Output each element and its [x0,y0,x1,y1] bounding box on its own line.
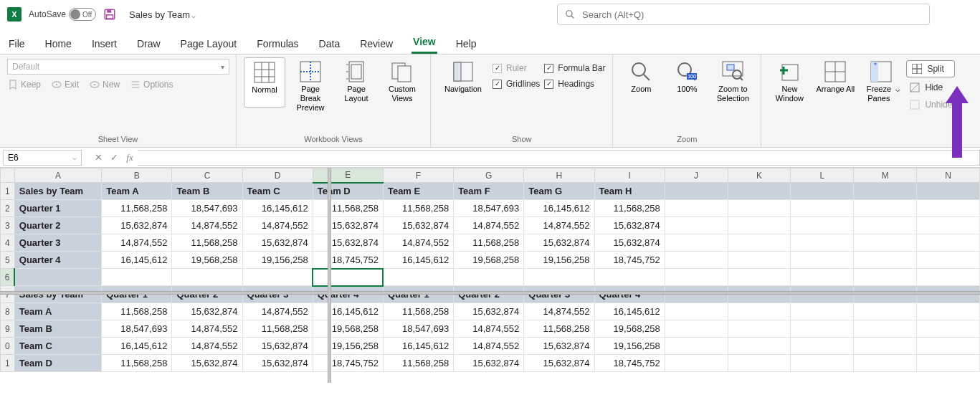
row-header[interactable]: 9 [1,320,15,338]
col-header[interactable]: L [791,168,854,183]
col-header[interactable]: B [102,168,172,183]
cell[interactable]: 14,874,552 [242,217,313,234]
cell[interactable]: 11,568,258 [172,234,242,252]
search-box[interactable] [557,4,930,25]
autosave[interactable]: AutoSave Off [29,8,96,21]
row-header[interactable]: 5 [1,252,15,269]
autosave-toggle[interactable]: Off [69,8,96,21]
cell[interactable]: 14,874,552 [383,234,453,252]
col-header[interactable]: E [313,168,383,183]
cell[interactable] [917,338,980,355]
fx-icon[interactable]: fx [122,152,138,163]
row-header[interactable]: 4 [1,234,15,252]
cell[interactable]: 18,547,693 [102,320,172,338]
cell[interactable] [854,234,917,252]
cell[interactable] [854,355,917,372]
name-box[interactable]: E6 [3,150,82,166]
cell[interactable] [102,269,172,286]
select-all-corner[interactable] [1,168,15,183]
cell[interactable]: 15,632,874 [242,338,313,355]
cell[interactable]: 14,874,552 [454,338,524,355]
tab-file[interactable]: File [7,34,27,54]
cell[interactable] [665,252,728,269]
cell[interactable]: Team A [14,303,101,320]
cell[interactable] [594,269,665,286]
cell[interactable] [791,183,854,200]
cell[interactable]: 15,632,874 [594,217,665,234]
cell[interactable]: 15,632,874 [102,217,172,234]
page-layout-button[interactable]: Page Layout [336,57,377,106]
sheet-view-select[interactable]: Default [7,59,229,75]
cell[interactable]: 16,145,612 [383,338,453,355]
cell[interactable] [728,303,791,320]
document-title[interactable]: Sales by Team⌵ [129,9,196,20]
cell[interactable]: 16,145,612 [594,303,665,320]
cell[interactable] [728,234,791,252]
cell[interactable]: 18,547,693 [454,200,524,217]
tab-insert[interactable]: Insert [90,34,118,54]
cell[interactable]: 11,568,258 [102,355,172,372]
cell[interactable] [854,269,917,286]
cell[interactable]: 16,145,612 [383,252,453,269]
col-header[interactable]: J [665,168,728,183]
tab-formulas[interactable]: Formulas [255,34,300,54]
tab-data[interactable]: Data [318,34,342,54]
search-input[interactable] [582,9,922,20]
cell[interactable] [917,234,980,252]
cell[interactable] [665,183,728,200]
cell[interactable] [665,338,728,355]
tab-review[interactable]: Review [358,34,394,54]
cell[interactable] [854,217,917,234]
zoom-100-button[interactable]: 100 100% [666,57,708,106]
cell[interactable]: 11,568,258 [383,303,453,320]
cell[interactable]: Team C [242,183,313,200]
cell[interactable] [14,269,101,286]
cell[interactable]: 11,568,258 [594,200,665,217]
cell[interactable]: Team C [14,338,101,355]
cell[interactable]: Team D [313,183,383,200]
cell[interactable]: 15,632,874 [454,355,524,372]
cell[interactable] [728,252,791,269]
row-header[interactable]: 3 [1,217,15,234]
cell[interactable] [917,303,980,320]
cell[interactable]: Sales by Team [14,183,101,200]
col-header[interactable]: F [383,168,453,183]
cell[interactable] [172,269,242,286]
cell[interactable]: 14,874,552 [454,217,524,234]
row-header[interactable]: 1 [1,183,15,200]
cell[interactable]: 11,568,258 [383,355,453,372]
cell[interactable]: Quarter 3 [14,234,101,252]
cell[interactable]: 11,568,258 [383,200,453,217]
cell[interactable]: 15,632,874 [172,303,242,320]
cell[interactable] [665,217,728,234]
cell[interactable] [791,320,854,338]
cell[interactable]: 11,568,258 [102,303,172,320]
cell[interactable] [728,338,791,355]
navigation-button[interactable]: Navigation [438,57,488,106]
page-break-button[interactable]: Page Break Preview [290,57,331,116]
cell[interactable]: 18,547,693 [172,200,242,217]
cell[interactable]: 18,547,693 [383,320,453,338]
cell[interactable]: 15,632,874 [313,217,383,234]
cell[interactable] [791,303,854,320]
cell[interactable]: Team A [102,183,172,200]
cell[interactable]: Team F [454,183,524,200]
cell[interactable]: 19,156,258 [242,252,313,269]
cell[interactable]: 18,745,752 [594,355,665,372]
cell[interactable] [665,303,728,320]
cell[interactable] [791,217,854,234]
cell[interactable]: 18,745,752 [594,252,665,269]
cell[interactable] [313,269,383,286]
cell[interactable] [665,269,728,286]
tab-help[interactable]: Help [455,34,478,54]
cell[interactable]: 14,874,552 [524,217,594,234]
cell[interactable]: 19,568,258 [454,252,524,269]
normal-view-button[interactable]: Normal [244,57,285,108]
split-button[interactable]: Split [906,60,955,77]
cell[interactable] [917,217,980,234]
cell[interactable] [383,269,453,286]
zoom-selection-button[interactable]: Zoom to Selection [712,57,753,106]
cell[interactable] [728,200,791,217]
cell[interactable]: 15,632,874 [242,355,313,372]
cell[interactable]: 16,145,612 [102,252,172,269]
